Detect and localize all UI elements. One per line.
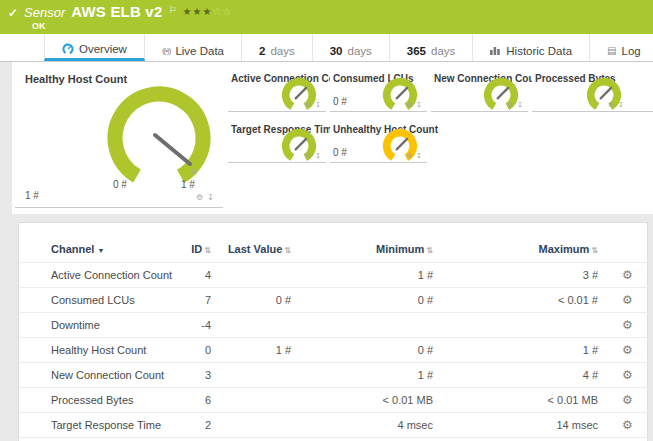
channel-maximum: 1 #	[441, 338, 606, 363]
channel-name[interactable]: New Connection Count	[19, 363, 169, 388]
channel-last-value	[219, 413, 299, 438]
tile-action-icons[interactable]: ⚙ ↧	[608, 101, 625, 109]
channel-minimum: < 0.01 MB	[299, 388, 441, 413]
channel-id: 6	[169, 388, 219, 413]
tile-unhealthy-host-count[interactable]: Unhealthy Host Count 0 # ⚙ ↧	[330, 119, 427, 163]
tab-30-days-num: 30	[330, 45, 343, 57]
channel-maximum: 4 #	[441, 363, 606, 388]
sort-icon: ⇅	[591, 246, 598, 255]
channel-settings-icon[interactable]: ⚙	[622, 393, 633, 407]
table-row[interactable]: Active Connection Count 4 1 # 3 # ⚙	[19, 263, 649, 288]
gear-icon[interactable]: ⚙	[196, 193, 204, 202]
channel-last-value	[219, 363, 299, 388]
object-kind-label: Sensor	[24, 5, 65, 20]
header-minimum[interactable]: Minimum⇅	[299, 235, 441, 263]
gauges-panel: Healthy Host Count 0 # 1 # % 1 # ⚙ ↧ Act…	[12, 62, 653, 214]
sort-caret-icon: ▼	[97, 247, 104, 254]
tab-30-days-label: days	[348, 45, 372, 57]
tab-2-days-num: 2	[259, 45, 265, 57]
priority-flag-icon[interactable]: ⚐	[168, 5, 176, 15]
tab-overview[interactable]: Overview	[44, 34, 145, 61]
header-actions	[606, 235, 649, 263]
channel-minimum: 4 msec	[299, 413, 441, 438]
channel-last-value	[219, 313, 299, 338]
channel-name[interactable]: Downtime	[19, 313, 169, 338]
channel-minimum	[299, 313, 441, 338]
prtg-sensor-page: ✓ Sensor AWS ELB v2 ⚐ ★★★☆☆ OK Overview …	[0, 0, 653, 441]
tab-30-days[interactable]: 30 days	[313, 34, 390, 61]
table-row[interactable]: Processed Bytes 6 < 0.01 MB < 0.01 MB ⚙	[19, 388, 649, 413]
table-row[interactable]: Unhealthy Host Count 1 0 # 0 # 1 # ⚙	[19, 438, 649, 441]
tile-action-icons[interactable]: ⚙ ↧	[507, 101, 524, 109]
header-id[interactable]: ID⇅	[169, 235, 219, 263]
channel-minimum: 0 #	[299, 338, 441, 363]
header-maximum[interactable]: Maximum⇅	[441, 235, 606, 263]
table-row[interactable]: Target Response Time 2 4 msec 14 msec ⚙	[19, 413, 649, 438]
channel-minimum: 1 #	[299, 263, 441, 288]
channels-table: Channel▼ ID⇅ Last Value⇅ Minimum⇅ Maximu…	[19, 235, 649, 441]
status-check-icon: ✓	[8, 6, 18, 20]
channel-minimum: 0 #	[299, 438, 441, 441]
channel-last-value: 0 #	[219, 288, 299, 313]
channel-id: -4	[169, 313, 219, 338]
tile-processed-bytes[interactable]: Processed Bytes ⚙ ↧	[532, 68, 653, 112]
channel-settings-icon[interactable]: ⚙	[622, 368, 633, 382]
priority-stars[interactable]: ★★★☆☆	[183, 6, 233, 17]
table-row[interactable]: Healthy Host Count 0 1 # 0 # 1 # ⚙	[19, 338, 649, 363]
tile-action-icons[interactable]: ⚙ ↧	[406, 101, 423, 109]
tile-action-icons[interactable]: ⚙ ↧	[305, 152, 322, 160]
channel-name[interactable]: Healthy Host Count	[19, 338, 169, 363]
live-data-icon: ((•))	[162, 47, 170, 55]
channel-settings-icon[interactable]: ⚙	[622, 418, 633, 432]
table-row[interactable]: New Connection Count 3 1 # 4 # ⚙	[19, 363, 649, 388]
tab-historic-data[interactable]: Historic Data	[473, 34, 590, 61]
channel-maximum: 1 #	[441, 438, 606, 441]
tab-log[interactable]: ▤ Log	[590, 34, 653, 61]
tile-action-icons[interactable]: ⚙ ↧	[406, 152, 423, 160]
channel-settings-icon[interactable]: ⚙	[622, 343, 633, 357]
channel-name[interactable]: Unhealthy Host Count	[19, 438, 169, 441]
table-row[interactable]: Consumed LCUs 7 0 # 0 # < 0.01 # ⚙	[19, 288, 649, 313]
status-badge: OK	[32, 21, 643, 31]
table-header-row: Channel▼ ID⇅ Last Value⇅ Minimum⇅ Maximu…	[19, 235, 649, 263]
channel-minimum: 1 #	[299, 363, 441, 388]
channels-table-card: Channel▼ ID⇅ Last Value⇅ Minimum⇅ Maximu…	[18, 222, 648, 441]
pin-icon[interactable]: ↧	[207, 193, 215, 202]
tile-last-value: 0 #	[333, 96, 347, 107]
channel-id: 0	[169, 338, 219, 363]
tile-action-icons[interactable]: ⚙ ↧	[196, 193, 215, 202]
tab-365-days[interactable]: 365 days	[390, 34, 473, 61]
stars-empty[interactable]: ☆☆	[212, 6, 232, 17]
channel-settings-icon[interactable]: ⚙	[622, 318, 633, 332]
channel-name[interactable]: Target Response Time	[19, 413, 169, 438]
tile-consumed-lcus[interactable]: Consumed LCUs 0 # ⚙ ↧	[330, 68, 427, 112]
channel-last-value: 0 #	[219, 438, 299, 441]
channel-name[interactable]: Processed Bytes	[19, 388, 169, 413]
tile-action-icons[interactable]: ⚙ ↧	[305, 101, 322, 109]
stars-filled[interactable]: ★★★	[183, 6, 213, 17]
header-channel[interactable]: Channel▼	[19, 235, 169, 263]
channel-settings-icon[interactable]: ⚙	[622, 293, 633, 307]
header-last-value[interactable]: Last Value⇅	[219, 235, 299, 263]
channel-name[interactable]: Consumed LCUs	[19, 288, 169, 313]
channel-id: 4	[169, 263, 219, 288]
tile-target-response-time[interactable]: Target Response Time ⚙ ↧	[228, 119, 326, 163]
tile-new-connection-count[interactable]: New Connection Count ⚙ ↧	[431, 68, 528, 112]
channel-settings-icon[interactable]: ⚙	[622, 268, 633, 282]
tab-live-data[interactable]: ((•)) Live Data	[145, 34, 242, 61]
table-row[interactable]: Downtime -4 ⚙	[19, 313, 649, 338]
sort-icon: ⇅	[204, 246, 211, 255]
channel-maximum: 3 #	[441, 263, 606, 288]
tab-2-days-label: days	[270, 45, 294, 57]
tab-historic-data-label: Historic Data	[506, 45, 572, 57]
overview-gauge-icon	[62, 43, 74, 55]
channel-minimum: 0 #	[299, 288, 441, 313]
channel-name[interactable]: Active Connection Count	[19, 263, 169, 288]
tile-healthy-host-count[interactable]: Healthy Host Count 0 # 1 # % 1 # ⚙ ↧	[15, 68, 223, 208]
sort-icon: ⇅	[284, 246, 291, 255]
log-icon: ▤	[607, 46, 616, 56]
channel-last-value	[219, 263, 299, 288]
tab-2-days[interactable]: 2 days	[242, 34, 313, 61]
tile-last-value: 1 #	[25, 190, 39, 201]
tile-active-connection-count[interactable]: Active Connection Count ⚙ ↧	[228, 68, 326, 112]
